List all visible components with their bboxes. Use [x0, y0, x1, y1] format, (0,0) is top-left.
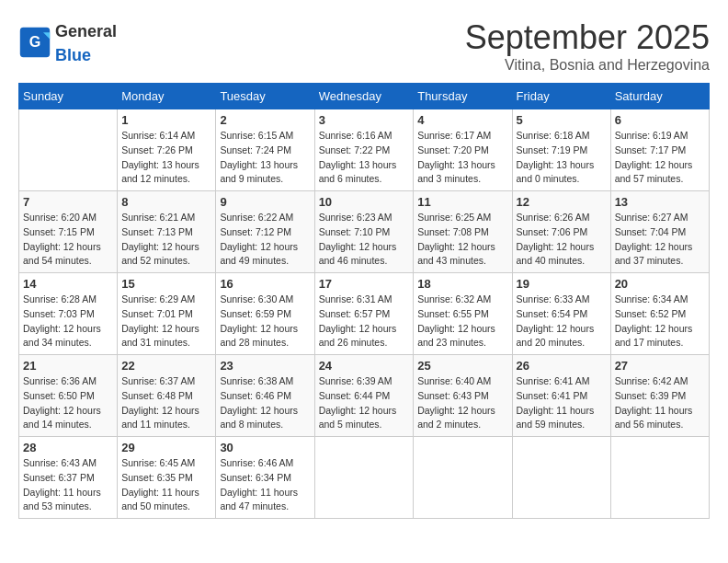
day-number: 15	[121, 277, 211, 291]
day-info: Sunrise: 6:31 AM Sunset: 6:57 PM Dayligh…	[319, 293, 410, 350]
day-number: 4	[417, 113, 507, 127]
day-number: 11	[417, 195, 507, 209]
day-info: Sunrise: 6:25 AM Sunset: 7:08 PM Dayligh…	[417, 211, 507, 269]
weekday-header-monday: Monday	[118, 84, 216, 109]
day-number: 25	[417, 359, 507, 373]
location-subtitle: Vitina, Bosnia and Herzegovina	[465, 57, 710, 74]
calendar-cell: 27Sunrise: 6:42 AM Sunset: 6:39 PM Dayli…	[610, 355, 709, 437]
day-info: Sunrise: 6:33 AM Sunset: 6:54 PM Dayligh…	[517, 293, 607, 350]
day-number: 29	[121, 441, 211, 454]
calendar-cell: 5Sunrise: 6:18 AM Sunset: 7:19 PM Daylig…	[512, 109, 610, 191]
day-info: Sunrise: 6:38 AM Sunset: 6:46 PM Dayligh…	[220, 374, 310, 432]
day-number: 16	[220, 277, 310, 291]
calendar-cell: 24Sunrise: 6:39 AM Sunset: 6:44 PM Dayli…	[314, 355, 414, 437]
weekday-header-wednesday: Wednesday	[314, 84, 414, 109]
calendar-cell: 25Sunrise: 6:40 AM Sunset: 6:43 PM Dayli…	[414, 355, 512, 437]
day-number: 30	[220, 441, 310, 454]
day-info: Sunrise: 6:27 AM Sunset: 7:04 PM Dayligh…	[615, 211, 705, 269]
day-info: Sunrise: 6:37 AM Sunset: 6:48 PM Dayligh…	[121, 374, 211, 432]
calendar-cell: 16Sunrise: 6:30 AM Sunset: 6:59 PM Dayli…	[216, 273, 314, 355]
title-block: September 2025 Vitina, Bosnia and Herzeg…	[465, 18, 710, 74]
day-number: 3	[319, 113, 410, 127]
calendar-cell: 9Sunrise: 6:22 AM Sunset: 7:12 PM Daylig…	[216, 191, 314, 273]
day-number: 24	[319, 359, 410, 373]
logo-general-text: General	[55, 22, 117, 40]
day-info: Sunrise: 6:40 AM Sunset: 6:43 PM Dayligh…	[417, 374, 507, 432]
calendar-cell: 17Sunrise: 6:31 AM Sunset: 6:57 PM Dayli…	[314, 273, 414, 355]
day-info: Sunrise: 6:22 AM Sunset: 7:12 PM Dayligh…	[220, 211, 310, 269]
day-info: Sunrise: 6:34 AM Sunset: 6:52 PM Dayligh…	[615, 293, 705, 350]
calendar-cell: 6Sunrise: 6:19 AM Sunset: 7:17 PM Daylig…	[610, 109, 709, 191]
day-info: Sunrise: 6:39 AM Sunset: 6:44 PM Dayligh…	[319, 374, 410, 432]
calendar-cell: 19Sunrise: 6:33 AM Sunset: 6:54 PM Dayli…	[512, 273, 610, 355]
calendar-cell: 3Sunrise: 6:16 AM Sunset: 7:22 PM Daylig…	[314, 109, 414, 191]
day-info: Sunrise: 6:19 AM Sunset: 7:17 PM Dayligh…	[615, 129, 705, 187]
calendar-cell: 20Sunrise: 6:34 AM Sunset: 6:52 PM Dayli…	[610, 273, 709, 355]
calendar-cell	[610, 437, 709, 519]
calendar-cell: 23Sunrise: 6:38 AM Sunset: 6:46 PM Dayli…	[216, 355, 314, 437]
day-number: 12	[517, 195, 607, 209]
calendar-cell: 13Sunrise: 6:27 AM Sunset: 7:04 PM Dayli…	[610, 191, 709, 273]
svg-text:G: G	[29, 33, 41, 50]
calendar-cell	[19, 109, 118, 191]
logo-text: General Blue	[55, 18, 117, 66]
day-info: Sunrise: 6:26 AM Sunset: 7:06 PM Dayligh…	[517, 211, 607, 269]
day-info: Sunrise: 6:14 AM Sunset: 7:26 PM Dayligh…	[121, 129, 211, 187]
day-info: Sunrise: 6:30 AM Sunset: 6:59 PM Dayligh…	[220, 293, 310, 350]
calendar-cell	[512, 437, 610, 519]
day-info: Sunrise: 6:20 AM Sunset: 7:15 PM Dayligh…	[23, 211, 113, 269]
logo: G General Blue	[18, 18, 117, 66]
weekday-header-thursday: Thursday	[414, 84, 512, 109]
calendar-cell: 15Sunrise: 6:29 AM Sunset: 7:01 PM Dayli…	[118, 273, 216, 355]
week-row-5: 28Sunrise: 6:43 AM Sunset: 6:37 PM Dayli…	[19, 437, 710, 519]
calendar-cell: 18Sunrise: 6:32 AM Sunset: 6:55 PM Dayli…	[414, 273, 512, 355]
day-info: Sunrise: 6:42 AM Sunset: 6:39 PM Dayligh…	[615, 374, 705, 432]
logo-icon: G	[18, 26, 51, 59]
day-number: 7	[23, 195, 113, 209]
day-info: Sunrise: 6:16 AM Sunset: 7:22 PM Dayligh…	[319, 129, 410, 187]
day-number: 2	[220, 113, 310, 127]
calendar-cell: 2Sunrise: 6:15 AM Sunset: 7:24 PM Daylig…	[216, 109, 314, 191]
day-info: Sunrise: 6:45 AM Sunset: 6:35 PM Dayligh…	[121, 456, 211, 514]
calendar-table: SundayMondayTuesdayWednesdayThursdayFrid…	[18, 83, 710, 519]
calendar-cell	[314, 437, 414, 519]
calendar-cell: 29Sunrise: 6:45 AM Sunset: 6:35 PM Dayli…	[118, 437, 216, 519]
weekday-header-friday: Friday	[512, 84, 610, 109]
weekday-header-saturday: Saturday	[610, 84, 709, 109]
calendar-cell: 22Sunrise: 6:37 AM Sunset: 6:48 PM Dayli…	[118, 355, 216, 437]
day-info: Sunrise: 6:23 AM Sunset: 7:10 PM Dayligh…	[319, 211, 410, 269]
day-info: Sunrise: 6:21 AM Sunset: 7:13 PM Dayligh…	[121, 211, 211, 269]
day-info: Sunrise: 6:46 AM Sunset: 6:34 PM Dayligh…	[220, 456, 310, 514]
day-number: 5	[517, 113, 607, 127]
day-info: Sunrise: 6:28 AM Sunset: 7:03 PM Dayligh…	[23, 293, 113, 350]
day-info: Sunrise: 6:18 AM Sunset: 7:19 PM Dayligh…	[517, 129, 607, 187]
day-number: 23	[220, 359, 310, 373]
calendar-cell: 14Sunrise: 6:28 AM Sunset: 7:03 PM Dayli…	[19, 273, 118, 355]
calendar-cell: 8Sunrise: 6:21 AM Sunset: 7:13 PM Daylig…	[118, 191, 216, 273]
day-info: Sunrise: 6:43 AM Sunset: 6:37 PM Dayligh…	[23, 456, 113, 514]
calendar-cell: 26Sunrise: 6:41 AM Sunset: 6:41 PM Dayli…	[512, 355, 610, 437]
day-number: 6	[615, 113, 705, 127]
day-number: 28	[23, 441, 113, 454]
calendar-cell: 4Sunrise: 6:17 AM Sunset: 7:20 PM Daylig…	[414, 109, 512, 191]
day-info: Sunrise: 6:36 AM Sunset: 6:50 PM Dayligh…	[23, 374, 113, 432]
day-info: Sunrise: 6:41 AM Sunset: 6:41 PM Dayligh…	[517, 374, 607, 432]
day-number: 19	[517, 277, 607, 291]
calendar-cell: 10Sunrise: 6:23 AM Sunset: 7:10 PM Dayli…	[314, 191, 414, 273]
week-row-4: 21Sunrise: 6:36 AM Sunset: 6:50 PM Dayli…	[19, 355, 710, 437]
logo-blue-text: Blue	[55, 46, 91, 64]
calendar-cell: 11Sunrise: 6:25 AM Sunset: 7:08 PM Dayli…	[414, 191, 512, 273]
day-number: 27	[615, 359, 705, 373]
day-number: 1	[121, 113, 211, 127]
calendar-cell	[414, 437, 512, 519]
week-row-1: 1Sunrise: 6:14 AM Sunset: 7:26 PM Daylig…	[19, 109, 710, 191]
calendar-cell: 30Sunrise: 6:46 AM Sunset: 6:34 PM Dayli…	[216, 437, 314, 519]
page-header: G General Blue September 2025 Vitina, Bo…	[18, 18, 710, 74]
weekday-header-sunday: Sunday	[19, 84, 118, 109]
week-row-2: 7Sunrise: 6:20 AM Sunset: 7:15 PM Daylig…	[19, 191, 710, 273]
day-info: Sunrise: 6:15 AM Sunset: 7:24 PM Dayligh…	[220, 129, 310, 187]
calendar-cell: 1Sunrise: 6:14 AM Sunset: 7:26 PM Daylig…	[118, 109, 216, 191]
weekday-header-tuesday: Tuesday	[216, 84, 314, 109]
month-title: September 2025	[465, 18, 710, 57]
day-number: 13	[615, 195, 705, 209]
